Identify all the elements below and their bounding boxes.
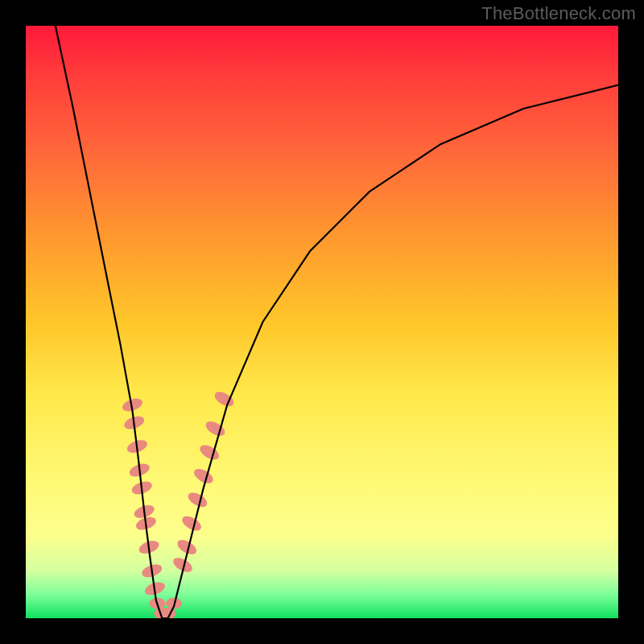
right-arm-dots-pt — [180, 514, 204, 534]
highlight-blobs — [121, 389, 236, 618]
watermark-text: TheBottleneck.com — [481, 3, 636, 24]
right-arm-dots-pt — [186, 489, 210, 510]
right-arm-dots-pt — [192, 466, 216, 486]
right-arm-dots-pt — [197, 442, 221, 462]
right-arm-dots-pt — [204, 419, 228, 439]
chart-svg — [26, 26, 618, 618]
chart-frame — [26, 26, 618, 618]
